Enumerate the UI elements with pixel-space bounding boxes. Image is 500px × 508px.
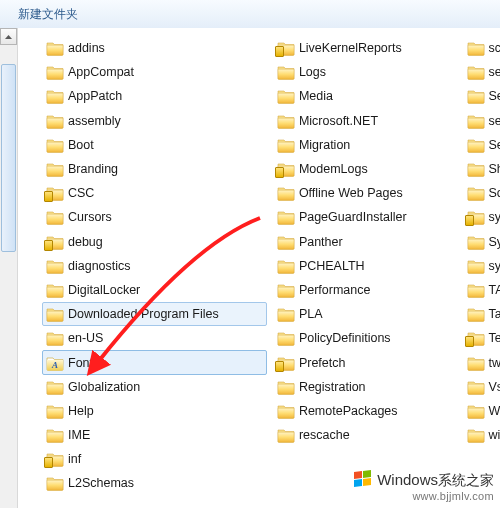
svg-text:A: A [51,360,58,370]
folder-item[interactable]: Sof [463,181,500,205]
folder-item[interactable]: wir [463,423,500,447]
vertical-scrollbar[interactable] [0,28,18,508]
folder-item[interactable]: Ser [463,84,500,108]
folder-item[interactable]: Tas [463,302,500,326]
folder-item[interactable]: Offline Web Pages [273,181,457,205]
folder-item[interactable]: L2Schemas [42,471,267,495]
folder-item[interactable]: ModemLogs [273,157,457,181]
folder-item[interactable]: Cursors [42,205,267,229]
folder-item[interactable]: AFonts [42,350,267,374]
folder-icon [46,427,64,443]
folder-item[interactable]: Branding [42,157,267,181]
folder-item[interactable]: Tel [463,326,500,350]
folder-item[interactable]: RemotePackages [273,399,457,423]
folder-item[interactable]: inf [42,447,267,471]
folder-item[interactable]: We [463,399,500,423]
folder-label: Sys [489,235,500,249]
scroll-thumb[interactable] [1,64,16,252]
folder-icon [467,355,485,371]
folder-item[interactable]: She [463,157,500,181]
folder-item[interactable]: sys [463,254,500,278]
folder-item[interactable]: twa [463,350,500,374]
folder-icon [46,258,64,274]
folder-column: addinsAppCompatAppPatchassemblyBootBrand… [18,28,267,508]
folder-item[interactable]: Performance [273,278,457,302]
folder-item[interactable]: debug [42,230,267,254]
folder-icon [277,306,295,322]
folder-label: Migration [299,138,350,152]
folder-label: sch [489,41,500,55]
folder-item[interactable]: Set [463,133,500,157]
folder-icon [277,113,295,129]
folder-item[interactable]: AppCompat [42,60,267,84]
folder-item[interactable]: Boot [42,133,267,157]
folder-item[interactable]: sys [463,205,500,229]
folder-label: diagnostics [68,259,131,273]
folder-item[interactable]: Panther [273,230,457,254]
folder-label: Vss [489,380,500,394]
folder-label: Branding [68,162,118,176]
folder-icon [46,185,64,201]
folder-item[interactable]: addins [42,36,267,60]
folder-icon [46,137,64,153]
folder-icon [467,234,485,250]
fonts-folder-icon: A [46,355,64,371]
folder-item[interactable]: PolicyDefinitions [273,326,457,350]
content-area: addinsAppCompatAppPatchassemblyBootBrand… [0,28,500,508]
folder-item[interactable]: sch [463,36,500,60]
folder-label: inf [68,452,81,466]
folder-item[interactable]: PCHEALTH [273,254,457,278]
folder-label: Media [299,89,333,103]
folder-item[interactable]: IME [42,423,267,447]
folder-label: DigitalLocker [68,283,140,297]
folder-item[interactable]: Media [273,84,457,108]
folder-icon [467,137,485,153]
folder-item[interactable]: TA [463,278,500,302]
folder-item[interactable]: Downloaded Program Files [42,302,267,326]
folder-item[interactable]: DigitalLocker [42,278,267,302]
folder-item[interactable]: rescache [273,423,457,447]
folder-item[interactable]: Vss [463,375,500,399]
folder-column: LiveKernelReportsLogsMediaMicrosoft.NETM… [267,28,457,508]
folder-label: Cursors [68,210,112,224]
folder-icon [277,427,295,443]
folder-icon [46,475,64,491]
folder-label: ModemLogs [299,162,368,176]
folder-item[interactable]: Globalization [42,375,267,399]
folder-label: Boot [68,138,94,152]
folder-label: Downloaded Program Files [68,307,219,321]
folder-label: ser [489,114,500,128]
folder-item[interactable]: PageGuardInstaller [273,205,457,229]
folder-item[interactable]: diagnostics [42,254,267,278]
folder-icon [46,306,64,322]
scroll-up-button[interactable] [0,28,17,45]
folder-item[interactable]: assembly [42,109,267,133]
folder-label: Performance [299,283,371,297]
folder-item[interactable]: Migration [273,133,457,157]
folder-item[interactable]: Help [42,399,267,423]
folder-item[interactable]: Registration [273,375,457,399]
folder-label: Prefetch [299,356,346,370]
folder-item[interactable]: Prefetch [273,350,457,374]
folder-item[interactable]: en-US [42,326,267,350]
folder-label: Tas [489,307,500,321]
folder-label: PageGuardInstaller [299,210,407,224]
folder-icon [277,185,295,201]
folder-icon [467,185,485,201]
folder-label: addins [68,41,105,55]
folder-item[interactable]: Sys [463,230,500,254]
folder-item[interactable]: CSC [42,181,267,205]
folder-item[interactable]: ser [463,109,500,133]
folder-label: sys [489,210,500,224]
folder-icon [277,355,295,371]
folder-icon [277,234,295,250]
folder-icon [277,379,295,395]
folder-icon [467,379,485,395]
folder-item[interactable]: Logs [273,60,457,84]
new-folder-button[interactable]: 新建文件夹 [12,4,84,25]
folder-item[interactable]: Microsoft.NET [273,109,457,133]
folder-item[interactable]: AppPatch [42,84,267,108]
folder-item[interactable]: PLA [273,302,457,326]
folder-item[interactable]: LiveKernelReports [273,36,457,60]
folder-item[interactable]: sec [463,60,500,84]
